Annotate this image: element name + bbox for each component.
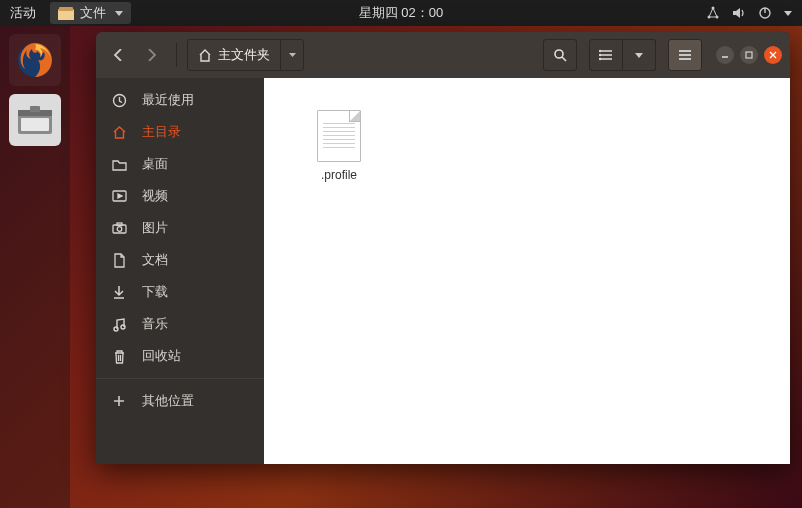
files-launcher[interactable] (9, 94, 61, 146)
svg-rect-2 (58, 11, 74, 20)
maximize-button[interactable] (740, 46, 758, 64)
launcher (0, 26, 70, 508)
svg-point-13 (600, 51, 601, 52)
app-menu-label: 文件 (80, 4, 106, 22)
network-icon[interactable] (706, 6, 720, 20)
volume-icon[interactable] (732, 6, 746, 20)
hamburger-menu-button[interactable] (668, 39, 702, 71)
forward-button[interactable] (138, 40, 166, 70)
sidebar-item-trash[interactable]: 回收站 (96, 340, 264, 372)
sidebar-item-label: 桌面 (142, 155, 168, 173)
home-icon (198, 49, 212, 62)
sidebar-item-label: 下载 (142, 283, 168, 301)
desktop: 活动 文件 星期四 02：00 (0, 0, 802, 508)
power-icon[interactable] (758, 6, 772, 20)
sidebar-item-label: 视频 (142, 187, 168, 205)
files-app-icon (58, 6, 74, 20)
sidebar-item-download[interactable]: 下载 (96, 276, 264, 308)
sidebar-item-video[interactable]: 视频 (96, 180, 264, 212)
sidebar-item-label: 图片 (142, 219, 168, 237)
titlebar[interactable]: 主文件夹 (96, 32, 790, 78)
search-button[interactable] (543, 39, 577, 71)
sidebar-item-label: 音乐 (142, 315, 168, 333)
top-panel: 活动 文件 星期四 02：00 (0, 0, 802, 26)
sidebar: 最近使用主目录桌面视频图片文档下载音乐回收站 其他位置 (96, 78, 264, 464)
list-view-button[interactable] (589, 39, 623, 71)
sidebar-item-label: 文档 (142, 251, 168, 269)
chevron-down-icon (289, 53, 296, 57)
svg-rect-1 (59, 7, 73, 11)
folder-icon (110, 158, 128, 171)
svg-point-23 (121, 325, 125, 329)
sidebar-item-clock[interactable]: 最近使用 (96, 84, 264, 116)
breadcrumb-label: 主文件夹 (218, 46, 270, 64)
breadcrumb-home[interactable]: 主文件夹 (188, 40, 280, 70)
download-icon (110, 285, 128, 300)
video-icon (110, 190, 128, 202)
text-file-icon (317, 110, 361, 162)
clock[interactable]: 星期四 02：00 (359, 4, 444, 22)
search-icon (553, 48, 567, 62)
list-view-icon (599, 49, 613, 61)
view-options-button[interactable] (623, 39, 656, 71)
sidebar-item-label: 主目录 (142, 123, 181, 141)
file-manager-window: 主文件夹 最近使用主目录桌面视频图片文档下载音乐回收站 (96, 32, 790, 464)
chevron-down-icon (115, 11, 123, 16)
sidebar-item-label: 最近使用 (142, 91, 194, 109)
back-button[interactable] (104, 40, 132, 70)
sidebar-item-label: 其他位置 (142, 392, 194, 410)
svg-point-22 (114, 327, 118, 331)
sidebar-item-folder[interactable]: 桌面 (96, 148, 264, 180)
minimize-button[interactable] (716, 46, 734, 64)
svg-rect-11 (30, 106, 40, 112)
svg-rect-21 (117, 223, 122, 226)
close-button[interactable] (764, 46, 782, 64)
svg-rect-10 (21, 118, 49, 131)
svg-rect-16 (746, 52, 752, 58)
file-manager-icon (16, 104, 54, 136)
firefox-launcher[interactable] (9, 34, 61, 86)
sidebar-item-home[interactable]: 主目录 (96, 116, 264, 148)
hamburger-icon (678, 49, 692, 61)
firefox-icon (15, 40, 55, 80)
sidebar-item-doc[interactable]: 文档 (96, 244, 264, 276)
file-name-label: .profile (296, 168, 382, 182)
home-icon (110, 125, 128, 139)
trash-icon (110, 349, 128, 364)
doc-icon (110, 253, 128, 268)
sidebar-other-locations[interactable]: 其他位置 (96, 385, 264, 417)
clock-icon (110, 93, 128, 108)
music-icon (110, 317, 128, 332)
path-bar[interactable]: 主文件夹 (187, 39, 304, 71)
file-item[interactable]: .profile (296, 110, 382, 182)
breadcrumb-menu[interactable] (280, 40, 303, 70)
plus-icon (110, 394, 128, 408)
svg-point-14 (600, 55, 601, 56)
camera-icon (110, 222, 128, 234)
chevron-down-icon (635, 53, 643, 58)
svg-point-15 (600, 59, 601, 60)
sidebar-item-label: 回收站 (142, 347, 181, 365)
sidebar-item-camera[interactable]: 图片 (96, 212, 264, 244)
chevron-down-icon[interactable] (784, 11, 792, 16)
file-view[interactable]: .profile (264, 78, 790, 464)
app-menu[interactable]: 文件 (50, 2, 131, 24)
svg-point-20 (117, 227, 122, 232)
sidebar-item-music[interactable]: 音乐 (96, 308, 264, 340)
svg-point-12 (555, 50, 563, 58)
activities-button[interactable]: 活动 (10, 4, 36, 22)
